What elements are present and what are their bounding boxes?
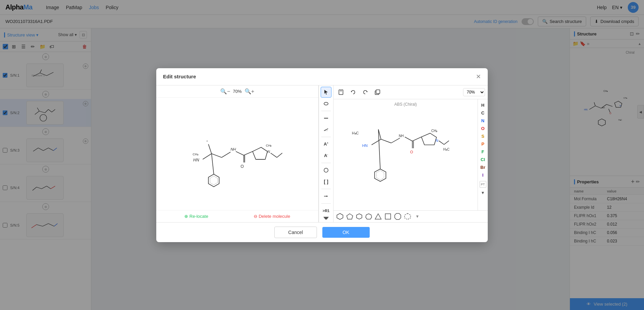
svg-line-70 — [277, 153, 282, 157]
atom-scroll-down[interactable]: ▼ — [481, 190, 485, 195]
modal-body: 🔍− 70% 🔍+ HN CH₃ — [156, 85, 488, 222]
svg-marker-100 — [421, 133, 437, 145]
delete-molecule-button[interactable]: ⊖ Delete molecule — [254, 214, 290, 219]
atom-O-button[interactable]: O — [479, 125, 487, 132]
svg-text:CH₃: CH₃ — [266, 144, 272, 147]
svg-text:N: N — [436, 139, 438, 143]
dashed-hex-tool[interactable] — [404, 213, 411, 220]
tools-sidebar: A+ A- [ ] — [319, 85, 334, 222]
svg-text:H₃C: H₃C — [443, 147, 450, 151]
svg-point-80 — [324, 168, 328, 172]
select-tool[interactable] — [321, 87, 331, 98]
septagon-tool[interactable] — [365, 213, 372, 220]
atom-Cl-button[interactable]: Cl — [479, 156, 487, 163]
atom-P-button[interactable]: P — [479, 141, 487, 147]
save-tool[interactable] — [336, 87, 346, 97]
redo-tool[interactable] — [361, 87, 370, 97]
tool-divider-1 — [321, 111, 331, 111]
svg-point-76 — [324, 102, 328, 105]
relocate-icon: ⊕ — [184, 214, 188, 219]
pentagon-tool[interactable] — [346, 213, 353, 220]
bond-tool[interactable] — [321, 98, 331, 109]
svg-text:NH: NH — [230, 147, 236, 151]
editor-toolbar: 70% 50% 100% 150% 200% — [334, 85, 488, 99]
svg-rect-115 — [385, 214, 391, 219]
tool-divider-4 — [321, 189, 331, 189]
arrow-tool[interactable] — [321, 191, 331, 202]
shapes-bar: ▼ — [334, 210, 488, 222]
zoom-in-icon[interactable]: 🔍+ — [245, 88, 254, 95]
atoms-sidebar: H C N O S P F Cl Br I PT — [478, 99, 488, 210]
svg-line-104 — [444, 140, 449, 144]
svg-text:NH: NH — [399, 134, 404, 137]
svg-marker-113 — [366, 214, 372, 219]
svg-line-75 — [211, 154, 214, 174]
svg-marker-108 — [376, 170, 384, 180]
svg-text:HN: HN — [193, 158, 199, 162]
molecule-zoom-bar: 🔍− 70% 🔍+ — [156, 85, 318, 98]
svg-rect-88 — [376, 90, 380, 94]
molecule-footer: ⊕ Re-locate ⊖ Delete molecule — [156, 210, 318, 222]
undo-tool[interactable] — [348, 87, 358, 97]
editor-right-section: A+ A- [ ] — [319, 85, 488, 222]
relocate-button[interactable]: ⊕ Re-locate — [184, 214, 208, 219]
modal-header: Edit structure ✕ — [156, 68, 488, 85]
svg-text:HN: HN — [362, 143, 368, 147]
zoom-out-icon[interactable]: 🔍− — [220, 88, 230, 95]
octagon-tool[interactable] — [394, 213, 401, 220]
atom-I-button[interactable]: I — [479, 172, 487, 178]
svg-line-92 — [381, 139, 391, 143]
atom-H-button[interactable]: H — [479, 102, 487, 108]
svg-line-103 — [439, 140, 444, 144]
svg-line-57 — [211, 154, 222, 157]
atom-S-button[interactable]: S — [479, 133, 487, 139]
svg-text:H₃C: H₃C — [352, 131, 359, 135]
svg-line-91 — [372, 139, 381, 145]
r-group-tool[interactable]: >R1 — [321, 205, 331, 216]
edit-structure-modal: Edit structure ✕ 🔍− 70% 🔍+ HN CH — [156, 68, 488, 242]
decrease-charge-tool[interactable]: A- — [321, 150, 331, 161]
svg-line-69 — [271, 153, 277, 157]
modal-close-button[interactable]: ✕ — [476, 74, 481, 80]
svg-line-93 — [391, 138, 400, 143]
svg-marker-117 — [405, 213, 411, 219]
tool-divider-3 — [321, 163, 331, 163]
atom-F-button[interactable]: F — [479, 149, 487, 155]
svg-text:CH₃: CH₃ — [192, 153, 198, 156]
svg-marker-65 — [252, 147, 267, 159]
hexagon2-tool[interactable] — [356, 213, 363, 220]
editor-canvas[interactable]: ABS (Chiral) H₃C HN — [334, 99, 478, 210]
atom-C-button[interactable]: C — [479, 110, 487, 116]
svg-text:*: * — [206, 140, 208, 143]
expand-tools-button[interactable] — [323, 217, 329, 221]
svg-marker-82 — [326, 196, 328, 197]
svg-marker-114 — [375, 214, 381, 219]
ok-button[interactable]: OK — [322, 227, 370, 238]
bracket-tool[interactable]: [ ] — [321, 176, 331, 187]
hexagon-tool[interactable] — [336, 213, 344, 220]
svg-line-95 — [405, 137, 412, 141]
wedge-tool[interactable] — [321, 124, 331, 135]
modal-title: Edit structure — [163, 74, 196, 79]
svg-line-78 — [324, 129, 328, 131]
delete-icon: ⊖ — [254, 214, 257, 219]
periodic-table-button[interactable]: PT — [480, 181, 486, 188]
modal-overlay: Edit structure ✕ 🔍− 70% 🔍+ HN CH — [0, 0, 644, 310]
increase-charge-tool[interactable]: A+ — [321, 139, 331, 150]
line-tool[interactable] — [321, 113, 331, 124]
svg-marker-111 — [347, 214, 353, 219]
more-shapes-button[interactable]: ▼ — [415, 214, 419, 219]
copy-tool[interactable] — [373, 87, 382, 97]
ring-tool[interactable] — [321, 165, 331, 176]
square-tool[interactable] — [384, 213, 392, 220]
molecule-canvas[interactable]: HN CH₃ NH O — [156, 98, 318, 210]
triangle-tool[interactable] — [375, 213, 382, 220]
svg-text:N: N — [267, 150, 270, 154]
svg-marker-107 — [374, 169, 386, 181]
editor-canvas-wrapper: 70% 50% 100% 150% 200% ABS (Chiral) — [334, 85, 488, 222]
svg-text:CH₃: CH₃ — [431, 129, 438, 133]
atom-Br-button[interactable]: Br — [479, 164, 487, 171]
cancel-button[interactable]: Cancel — [274, 227, 317, 238]
editor-zoom-select[interactable]: 70% 50% 100% 150% 200% — [463, 88, 485, 96]
atom-N-button[interactable]: N — [479, 118, 487, 124]
